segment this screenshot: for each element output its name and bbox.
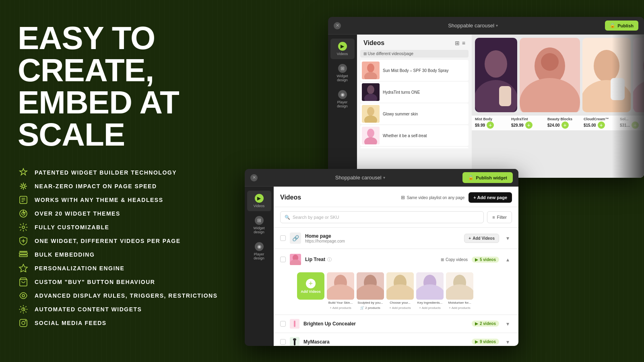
bottom-sidebar-widget-design-label: Widget design	[250, 226, 269, 234]
feature-item-personalization: PERSONALIZATION ENGINE	[18, 263, 247, 274]
product-add-1[interactable]: +	[487, 121, 494, 129]
top-content-header: Videos ⊞ ≡	[357, 35, 472, 50]
product-add-2[interactable]: +	[525, 121, 533, 129]
top-sidebar-videos-icon: ▶	[338, 42, 347, 51]
video-card-add-products-5[interactable]: + Add products	[446, 306, 473, 310]
same-playlist-button[interactable]: ⊞ Same video playlist on any page	[401, 195, 464, 200]
video-thumb-2	[362, 83, 380, 101]
top-video-list: Sun Mist Body – SPF 30 Body Spray HydraT…	[357, 60, 472, 148]
display-icon	[18, 290, 29, 301]
brighten-count-label: 2 videos	[480, 321, 496, 326]
add-video-card[interactable]: + Add Videos	[297, 272, 324, 300]
video-thumb-build	[327, 272, 354, 300]
liptreat-copy-videos-button[interactable]: ⊞ Copy videos	[441, 257, 468, 262]
brighten-checkbox[interactable]	[280, 321, 286, 327]
video-card-add-products-1[interactable]: + Add products	[327, 306, 354, 310]
svg-point-14	[367, 64, 374, 72]
homepage-icon: 🔗	[290, 232, 301, 244]
personalization-icon	[18, 263, 29, 274]
same-playlist-icon: ⊞	[401, 195, 405, 200]
lip-treat-header: Lip Treat ⓘ ⊞ Copy videos ▶ 5 videos ▴	[274, 249, 518, 270]
filter-button[interactable]: ≡ Filter	[487, 211, 512, 223]
use-different-videos-label: Use different videos/page	[368, 51, 413, 56]
video-row-2[interactable]: HydraTint turns ONE	[360, 82, 469, 103]
video-thumb-choose	[386, 272, 414, 300]
svg-point-23	[367, 129, 374, 138]
video-card-add-products-4[interactable]: + Add products	[416, 306, 444, 310]
homepage-url: https://homepage.com	[305, 239, 460, 243]
personalization-text: PERSONALIZATION ENGINE	[35, 265, 124, 272]
homepage-checkbox[interactable]	[280, 235, 286, 241]
product-label-3: Beauty Blocks $24.00 +	[547, 117, 580, 129]
social-text: SOCIAL MEDIA FEEDS	[35, 320, 107, 326]
top-sidebar-widget-design[interactable]: ⊞ Widget design	[330, 61, 355, 85]
grid-icon[interactable]: ⊞	[455, 40, 460, 46]
top-window-publish-label: Publish	[617, 23, 634, 28]
top-window-close-button[interactable]: ✕	[334, 22, 341, 29]
use-different-videos-button[interactable]: ⊞ Use different videos/page	[360, 50, 469, 58]
bottom-sidebar-player-design[interactable]: ◉ Player design	[247, 239, 271, 263]
video-row-1[interactable]: Sun Mist Body – SPF 30 Body Spray	[360, 60, 469, 81]
product-label-1: Mist Body $9.99 +	[475, 117, 507, 129]
bulk-icon	[18, 249, 29, 260]
liptreat-expand-button[interactable]: ▴	[503, 255, 512, 264]
svg-rect-6	[19, 255, 27, 257]
brighten-expand-button[interactable]: ▾	[503, 319, 512, 328]
bottom-window: ✕ Shoppable carousel ▾ 🔒 Publish widget …	[245, 169, 518, 346]
publish-lock-icon: 🔒	[610, 23, 615, 28]
bottom-sidebar-widget-design[interactable]: ⊞ Widget design	[247, 213, 271, 237]
homepage-add-videos-button[interactable]: + Add Videos	[464, 234, 499, 243]
brighten-count-icon: ▶	[475, 321, 478, 326]
top-window-left-content: Videos ⊞ ≡ ⊞ Use different videos/page	[357, 35, 472, 178]
video-thumb-3	[362, 105, 380, 123]
page-row-brighten: Brighten Up Concealer ▶ 2 videos ▾	[274, 315, 518, 333]
top-window-body: ▶ Videos ⊞ Widget design ◉ Player design…	[328, 35, 644, 178]
liptreat-name: Lip Treat	[305, 257, 325, 262]
top-window-publish-button[interactable]: 🔒 Publish	[605, 21, 638, 31]
left-panel: EASY TO CREATE, EMBED AT SCALE PATENTED …	[18, 22, 247, 329]
bottom-window-title: Shoppable carousel ▾	[335, 175, 385, 181]
product-add-3[interactable]: +	[561, 121, 569, 129]
video-label-1: Sun Mist Body – SPF 30 Body Spray	[383, 68, 448, 73]
search-box[interactable]: 🔍 Search by page or SKU	[280, 211, 484, 223]
video-row-4[interactable]: Whether it be a self-treat	[360, 125, 469, 146]
carousel-card-1	[475, 38, 517, 112]
video-thumb-key	[416, 272, 444, 300]
liptreat-info-icon: ⓘ	[327, 257, 332, 263]
product-name-5: Sol...	[620, 117, 644, 121]
customizable-icon	[18, 222, 29, 233]
bottom-publish-lock-icon: 🔒	[468, 175, 474, 180]
bottom-window-publish-button[interactable]: 🔒 Publish widget	[462, 172, 513, 183]
add-new-page-button[interactable]: + Add new page	[469, 192, 512, 203]
theme-text: WORKS WITH ANY THEME & HEADLESS	[35, 197, 163, 203]
video-row-3[interactable]: Glowy summer skin	[360, 103, 469, 124]
svg-point-37	[594, 50, 619, 82]
add-video-icon: +	[306, 279, 316, 288]
page-row-homepage-header: 🔗 Home page https://homepage.com + Add V…	[274, 228, 518, 249]
feature-item-theme: WORKS WITH ANY THEME & HEADLESS	[18, 194, 247, 206]
svg-rect-7	[19, 251, 27, 252]
homepage-expand-button[interactable]: ▾	[503, 234, 512, 243]
top-sidebar-player-design[interactable]: ◉ Player design	[330, 87, 355, 111]
list-icon[interactable]: ≡	[462, 40, 465, 46]
video-row-5[interactable]: Daily routine...	[360, 147, 469, 148]
liptreat-checkbox[interactable]	[280, 257, 286, 262]
bottom-window-title-text: Shoppable carousel	[335, 175, 382, 181]
onewidget-icon	[18, 235, 29, 247]
product-label-4: CloudCream™ $15.00 +	[584, 117, 616, 129]
mymascara-expand-button[interactable]: ▾	[503, 337, 512, 346]
feature-item-automated: AUTOMATED CONTENT WIDGETS	[18, 304, 247, 315]
video-card-add-products-3[interactable]: + Add products	[386, 306, 414, 310]
product-add-4[interactable]: +	[598, 121, 605, 129]
customizable-text: FULLY CUSTOMIZABLE	[35, 224, 109, 230]
top-sidebar-videos[interactable]: ▶ Videos	[330, 39, 355, 59]
bottom-sidebar-videos[interactable]: ▶ Videos	[247, 191, 271, 211]
mymascara-checkbox[interactable]	[280, 339, 286, 345]
bottom-window-close-button[interactable]: ✕	[250, 174, 258, 181]
homepage-add-icon: +	[469, 236, 471, 241]
hero-line2: EMBED AT SCALE	[18, 84, 179, 152]
product-add-5[interactable]: +	[632, 121, 639, 129]
bottom-sidebar-videos-icon: ▶	[255, 194, 264, 203]
bottom-sidebar-player-design-label: Player design	[250, 252, 269, 260]
feature-item-themes20: OVER 20 WIDGET THEMES	[18, 208, 247, 219]
